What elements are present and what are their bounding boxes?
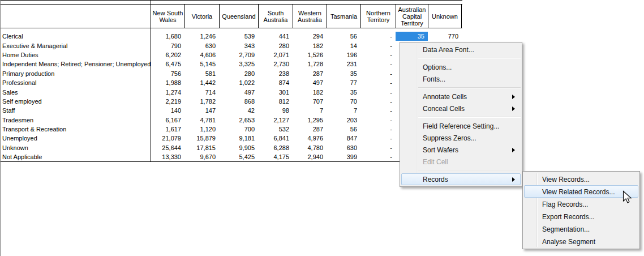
row-label[interactable]: Unknown — [1, 144, 151, 151]
data-cell[interactable]: 140 — [151, 106, 184, 115]
row-label[interactable]: Sales — [1, 89, 151, 96]
data-cell[interactable]: 13,330 — [151, 152, 184, 161]
data-cell[interactable]: 1,442 — [184, 78, 219, 87]
data-cell[interactable]: 5,425 — [219, 152, 258, 161]
data-cell[interactable]: 231 — [327, 59, 360, 69]
data-cell[interactable]: 2,730 — [258, 59, 293, 69]
data-cell[interactable]: 1,728 — [293, 59, 327, 69]
column-header[interactable]: Victoria — [184, 5, 219, 28]
data-cell[interactable]: - — [360, 125, 396, 134]
column-header[interactable]: Queensland — [219, 5, 258, 28]
column-header[interactable]: Western Australia — [293, 5, 327, 28]
data-cell[interactable]: 770 — [428, 32, 462, 41]
data-cell[interactable]: 532 — [258, 125, 293, 134]
data-cell[interactable]: 21,079 — [151, 134, 184, 143]
column-header[interactable]: Australian Capital Territory — [396, 5, 428, 28]
data-cell[interactable]: 56 — [327, 32, 360, 41]
data-cell[interactable]: 497 — [293, 78, 327, 87]
data-cell[interactable]: 1,295 — [293, 116, 327, 125]
row-label[interactable]: Unemployed — [1, 135, 151, 142]
data-cell[interactable]: - — [360, 87, 396, 96]
data-cell[interactable]: 4,780 — [293, 143, 327, 152]
data-cell[interactable]: 287 — [293, 125, 327, 134]
data-cell[interactable]: - — [360, 50, 396, 59]
data-cell[interactable]: 441 — [258, 32, 293, 41]
data-cell[interactable]: - — [360, 41, 396, 50]
data-cell[interactable]: 2,219 — [151, 97, 184, 106]
records-submenu-item[interactable]: Segmentation... — [524, 223, 638, 235]
records-submenu-item[interactable]: Export Records... — [524, 210, 638, 223]
data-cell[interactable]: 196 — [327, 50, 360, 59]
data-cell[interactable]: 9,181 — [219, 134, 258, 143]
data-cell[interactable]: 1,022 — [219, 78, 258, 87]
data-cell[interactable]: 42 — [219, 106, 258, 115]
records-submenu-item[interactable]: Analyse Segment — [524, 235, 638, 248]
data-cell[interactable]: - — [360, 69, 396, 78]
data-cell[interactable]: 7 — [327, 106, 360, 115]
data-cell[interactable]: 6,202 — [151, 50, 184, 59]
data-cell[interactable]: 1,617 — [151, 125, 184, 134]
data-cell[interactable]: 56 — [327, 125, 360, 134]
records-submenu-item[interactable]: View Records... — [524, 173, 638, 185]
row-label[interactable]: Professional — [1, 79, 151, 86]
context-menu-item[interactable]: Sort Wafers — [401, 144, 521, 156]
row-label[interactable]: Transport & Recreation — [1, 126, 151, 133]
column-header[interactable]: Tasmania — [327, 5, 360, 28]
data-cell[interactable]: 812 — [258, 97, 293, 106]
data-cell[interactable]: 4,175 — [258, 152, 293, 161]
data-cell[interactable]: 15,879 — [184, 134, 219, 143]
context-menu-item[interactable]: Records — [401, 173, 521, 185]
data-cell[interactable]: 5,145 — [184, 59, 219, 69]
data-cell[interactable]: 301 — [258, 87, 293, 96]
row-label[interactable]: Tradesmen — [1, 117, 151, 123]
data-cell[interactable]: 868 — [219, 97, 258, 106]
data-cell[interactable]: 4,976 — [293, 134, 327, 143]
data-cell[interactable]: 497 — [219, 87, 258, 96]
data-cell[interactable]: 1,526 — [293, 50, 327, 59]
row-label[interactable]: Clerical — [1, 33, 151, 40]
row-label[interactable]: Staff — [1, 107, 151, 114]
data-cell[interactable]: 9,670 — [184, 152, 219, 161]
data-cell[interactable]: 77 — [327, 78, 360, 87]
data-cell[interactable]: - — [360, 78, 396, 87]
row-label[interactable]: Independent Means; Retired; Pensioner; U… — [1, 61, 151, 67]
data-cell[interactable]: - — [360, 152, 396, 161]
data-cell[interactable]: 147 — [184, 106, 219, 115]
data-cell[interactable]: 714 — [184, 87, 219, 96]
context-menu-item[interactable]: Conceal Cells — [401, 103, 521, 114]
context-menu-item[interactable]: Fonts... — [401, 73, 521, 85]
data-cell[interactable]: 399 — [327, 152, 360, 161]
data-cell[interactable]: 2,709 — [219, 50, 258, 59]
data-cell[interactable]: 630 — [327, 143, 360, 152]
data-cell[interactable]: 9,905 — [219, 143, 258, 152]
data-cell[interactable]: 343 — [219, 41, 258, 50]
context-menu-item[interactable]: Annotate Cells — [401, 91, 521, 103]
data-cell[interactable]: - — [360, 32, 396, 41]
column-header[interactable]: Unknown — [428, 5, 462, 28]
records-submenu-item[interactable]: View Related Records... — [524, 185, 638, 198]
data-cell[interactable]: - — [360, 97, 396, 106]
data-cell[interactable]: 581 — [184, 69, 219, 78]
context-menu-item[interactable]: Suppress Zeros... — [401, 132, 521, 144]
data-cell[interactable]: - — [360, 106, 396, 115]
data-cell[interactable]: - — [360, 134, 396, 143]
data-cell[interactable]: 4,781 — [184, 116, 219, 125]
data-cell[interactable]: 203 — [327, 116, 360, 125]
data-cell[interactable]: 294 — [293, 32, 327, 41]
data-cell[interactable]: 6,841 — [258, 134, 293, 143]
data-cell[interactable]: 1,120 — [184, 125, 219, 134]
data-cell[interactable]: 280 — [219, 69, 258, 78]
data-cell[interactable]: 70 — [327, 97, 360, 106]
data-cell[interactable]: 6,475 — [151, 59, 184, 69]
data-cell[interactable]: 847 — [327, 134, 360, 143]
data-cell[interactable]: 2,127 — [258, 116, 293, 125]
row-label[interactable]: Self employed — [1, 98, 151, 105]
data-cell[interactable]: 1,680 — [151, 32, 184, 41]
data-cell[interactable]: 790 — [151, 41, 184, 50]
data-cell[interactable]: - — [360, 59, 396, 69]
data-cell[interactable]: 1,274 — [151, 87, 184, 96]
row-label[interactable]: Not Applicable — [1, 153, 151, 160]
data-cell[interactable]: 6,288 — [258, 143, 293, 152]
data-cell[interactable]: 287 — [293, 69, 327, 78]
column-header[interactable]: South Australia — [258, 5, 293, 28]
